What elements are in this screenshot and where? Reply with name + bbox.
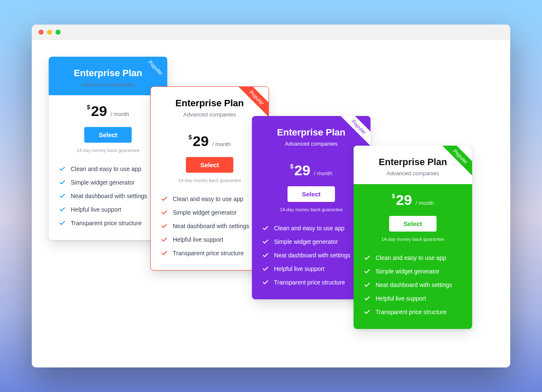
price-amount: 29 (91, 103, 107, 119)
plan-price: $29 / month (364, 192, 462, 208)
plan-subtitle: Advanced companies (158, 111, 262, 118)
feature-label: Transparent price structure (376, 309, 447, 315)
check-icon (161, 250, 168, 257)
check-icon (161, 196, 168, 202)
list-item: Simple widget generator (161, 206, 258, 219)
price-amount: 29 (294, 162, 310, 178)
list-item: Transparent price structure (59, 216, 157, 230)
list-item: Helpful live support (262, 262, 360, 276)
check-icon (59, 193, 66, 199)
plan-subtitle: Advanced companies (55, 81, 160, 88)
feature-list: Clean and easy to use app Simple widget … (364, 251, 462, 319)
feature-label: Neat dashboard with settings (376, 282, 452, 288)
currency-symbol: $ (188, 134, 192, 141)
list-item: Simple widget generator (262, 235, 360, 248)
plan-price: $29 / month (262, 162, 360, 179)
list-item: Clean and easy to use app (59, 162, 157, 176)
select-button[interactable]: Select (186, 157, 233, 173)
check-icon (262, 225, 269, 232)
plan-title: Enterprise Plan (259, 127, 364, 138)
price-amount: 29 (396, 192, 412, 208)
window-close-icon[interactable] (39, 30, 44, 35)
check-icon (364, 295, 371, 302)
list-item: Transparent price structure (364, 305, 462, 319)
guarantee-text: 14-day money back guarantee (59, 148, 157, 153)
check-icon (364, 254, 371, 261)
check-icon (59, 220, 66, 226)
feature-list: Clean and easy to use app Simple widget … (161, 192, 258, 260)
plan-price: $29 / month (59, 103, 157, 119)
browser-window: Popular Enterprise Plan Advanced compani… (32, 25, 510, 367)
feature-label: Simple widget generator (71, 179, 135, 186)
feature-label: Transparent price structure (274, 279, 345, 286)
select-button[interactable]: Select (84, 127, 132, 143)
check-icon (262, 265, 269, 272)
list-item: Helpful live support (364, 292, 462, 305)
check-icon (262, 238, 269, 245)
list-item: Neat dashboard with settings (262, 248, 360, 262)
check-icon (364, 309, 371, 315)
select-button[interactable]: Select (288, 186, 335, 202)
check-icon (161, 223, 168, 229)
pricing-card-red: Popular Enterprise Plan Advanced compani… (150, 86, 269, 271)
feature-label: Neat dashboard with settings (173, 223, 249, 229)
check-icon (364, 282, 371, 288)
check-icon (161, 236, 168, 243)
list-item: Helpful live support (161, 233, 258, 246)
list-item: Clean and easy to use app (262, 221, 360, 235)
list-item: Transparent price structure (262, 276, 360, 289)
guarantee-text: 14-day money back guarantee (161, 178, 258, 183)
select-button[interactable]: Select (389, 216, 437, 232)
check-icon (262, 279, 269, 286)
feature-label: Neat dashboard with settings (71, 193, 147, 199)
feature-label: Helpful live support (173, 236, 223, 243)
plan-title: Enterprise Plan (55, 68, 160, 79)
plan-title: Enterprise Plan (360, 157, 465, 168)
window-titlebar (32, 25, 510, 40)
feature-label: Simple widget generator (376, 268, 440, 275)
pricing-card-purple: Popular Enterprise Plan Advanced compani… (252, 116, 371, 299)
list-item: Transparent price structure (161, 246, 258, 260)
feature-list: Clean and easy to use app Simple widget … (59, 162, 157, 230)
list-item: Helpful live support (59, 203, 157, 216)
check-icon (262, 252, 269, 259)
price-period: / month (314, 170, 332, 177)
list-item: Neat dashboard with settings (59, 189, 157, 203)
price-amount: 29 (193, 133, 209, 149)
window-zoom-icon[interactable] (55, 30, 61, 35)
feature-label: Clean and easy to use app (274, 225, 345, 232)
feature-label: Simple widget generator (173, 209, 237, 216)
feature-label: Transparent price structure (71, 220, 142, 226)
check-icon (161, 209, 168, 216)
feature-label: Clean and easy to use app (173, 196, 243, 202)
plan-price: $29 / month (161, 133, 258, 149)
feature-list: Clean and easy to use app Simple widget … (262, 221, 360, 289)
feature-label: Transparent price structure (173, 250, 244, 257)
pricing-card-blue: Popular Enterprise Plan Advanced compani… (49, 57, 167, 240)
feature-label: Helpful live support (274, 265, 324, 272)
currency-symbol: $ (290, 163, 293, 170)
list-item: Simple widget generator (364, 265, 462, 278)
feature-label: Clean and easy to use app (71, 166, 141, 172)
window-minimize-icon[interactable] (47, 30, 52, 35)
plan-subtitle: Advanced companies (259, 141, 364, 147)
page-canvas: Popular Enterprise Plan Advanced compani… (32, 40, 510, 367)
check-icon (59, 166, 66, 172)
price-period: / month (111, 111, 129, 117)
guarantee-text: 14-day money back guarantee (262, 207, 360, 212)
pricing-card-green: Popular Enterprise Plan Advanced compani… (354, 146, 472, 329)
feature-label: Neat dashboard with settings (274, 252, 351, 259)
currency-symbol: $ (87, 104, 90, 110)
list-item: Neat dashboard with settings (364, 278, 462, 292)
list-item: Neat dashboard with settings (161, 219, 258, 233)
price-period: / month (415, 200, 434, 206)
feature-label: Helpful live support (71, 206, 121, 213)
check-icon (364, 268, 371, 275)
currency-symbol: $ (392, 193, 395, 199)
check-icon (59, 206, 66, 213)
guarantee-text: 14-day money back guarantee (364, 237, 462, 242)
list-item: Simple widget generator (59, 176, 157, 189)
list-item: Clean and easy to use app (161, 192, 258, 206)
feature-label: Helpful live support (376, 295, 426, 302)
plan-title: Enterprise Plan (158, 98, 262, 109)
